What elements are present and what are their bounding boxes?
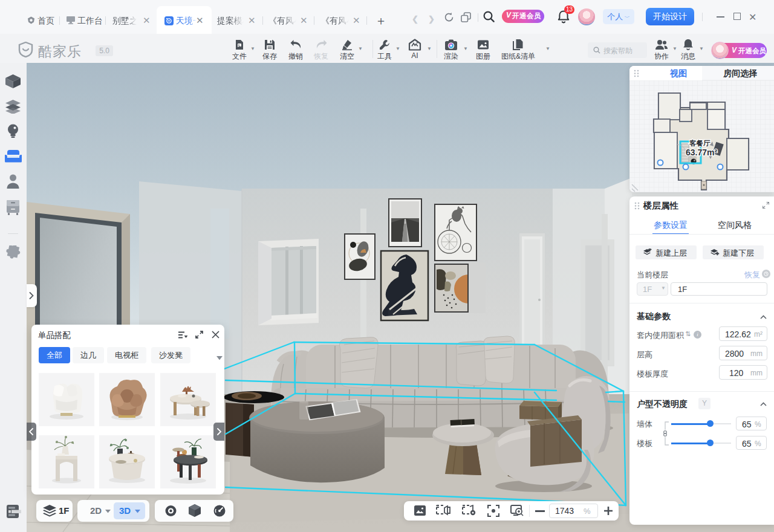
svg-text:63.77m²: 63.77m² — [686, 148, 717, 157]
svg-text:客餐厅: 客餐厅 — [689, 139, 711, 147]
